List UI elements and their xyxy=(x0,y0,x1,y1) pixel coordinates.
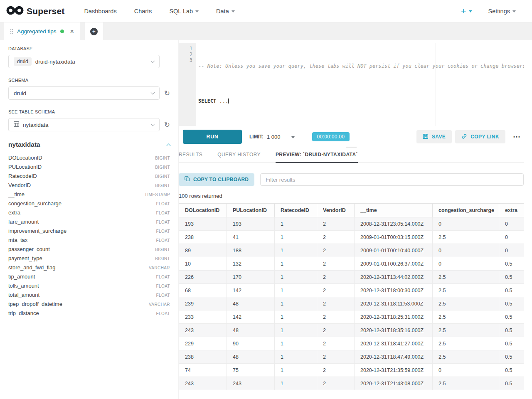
column-item: congestion_surchargeFLOAT xyxy=(8,200,170,209)
table-cell: 0.5 xyxy=(499,324,524,337)
column-header[interactable]: DOLocationID xyxy=(179,204,227,217)
tab-results[interactable]: RESULTS xyxy=(179,152,202,163)
column-header[interactable]: PULocationID xyxy=(227,204,275,217)
table-cell: 1 xyxy=(275,324,317,337)
column-name: PULocationID xyxy=(8,164,42,170)
drag-handle-icon[interactable] xyxy=(10,29,13,34)
table-row: 10132122009-01-01T00:26:37.000Z00.5 xyxy=(179,257,524,271)
filter-results-input[interactable] xyxy=(260,173,524,186)
nav-dashboards-label: Dashboards xyxy=(84,8,116,15)
query-tab-aggregated-tips[interactable]: Aggregated tips × xyxy=(4,22,80,40)
superset-app: Superset Dashboards Charts SQL Lab Data … xyxy=(0,0,532,399)
limit-dropdown[interactable]: LIMIT: 1 000 xyxy=(249,134,295,140)
table-row: 24348122020-12-31T18:35:16.000Z2.50.5 xyxy=(179,324,524,337)
save-label: SAVE xyxy=(432,134,446,140)
copy-link-button[interactable]: COPY LINK xyxy=(455,130,505,143)
sql-rest: ... xyxy=(216,98,228,104)
copy-to-clipboard-button[interactable]: COPY TO CLIPBOARD xyxy=(179,173,254,186)
table-cell: 2.5 xyxy=(433,324,499,337)
tab-preview[interactable]: PREVIEW: `DRUID-NYTAXIDATA` xyxy=(276,152,358,163)
table-cell: 0 xyxy=(433,257,499,271)
table-cell: 48 xyxy=(227,324,275,337)
table-cell: 0.5 xyxy=(499,364,524,377)
more-options-button[interactable]: ⋯ xyxy=(509,132,524,141)
table-cell: 0.5 xyxy=(499,337,524,350)
table-cell: 2.5 xyxy=(433,350,499,364)
table-name-heading: nytaxidata xyxy=(8,141,40,148)
run-button[interactable]: RUN xyxy=(183,130,242,144)
pane-resize-handle[interactable] xyxy=(179,144,524,150)
table-cell: 0.5 xyxy=(499,297,524,310)
column-item: improvement_surchargeFLOAT xyxy=(8,228,170,237)
nav-sql-lab[interactable]: SQL Lab xyxy=(160,8,207,15)
table-cell: 2.5 xyxy=(433,337,499,350)
table-cell: 89 xyxy=(179,244,227,257)
column-item: payment_typeBIGINT xyxy=(8,255,170,264)
column-type: FLOAT xyxy=(156,202,170,206)
column-type: FLOAT xyxy=(156,211,170,215)
table-cell: 1 xyxy=(275,377,317,390)
table-cell: 2020-12-31T18:35:16.000Z xyxy=(355,324,433,337)
copy-link-label: COPY LINK xyxy=(470,134,499,140)
database-type-badge: druid xyxy=(14,57,32,66)
column-item: mta_taxFLOAT xyxy=(8,237,170,246)
add-tab-button[interactable]: + xyxy=(85,22,103,40)
table-cell: 2 xyxy=(317,350,355,364)
schema-value: druid xyxy=(14,90,26,96)
table-cell: 2 xyxy=(317,364,355,377)
nav-data[interactable]: Data xyxy=(207,8,244,15)
table-cell: 1 xyxy=(275,217,317,231)
new-item-button[interactable]: + xyxy=(458,7,475,16)
table-select[interactable]: nytaxidata xyxy=(8,118,160,131)
database-label: DATABASE xyxy=(8,46,170,51)
chevron-down-icon xyxy=(232,10,235,12)
nav-dashboards[interactable]: Dashboards xyxy=(75,8,125,15)
table-cell: 2 xyxy=(317,337,355,350)
table-row: 23948122020-12-31T18:11:53.000Z2.50.5 xyxy=(179,297,524,310)
tab-query-history[interactable]: QUERY HISTORY xyxy=(217,152,261,163)
table-icon xyxy=(14,121,19,128)
table-cell: 2 xyxy=(317,244,355,257)
column-header[interactable]: VendorID xyxy=(317,204,355,217)
sql-editor[interactable]: 1 2 3 -- Note: Unless you save your quer… xyxy=(179,43,524,126)
column-type: FLOAT xyxy=(156,284,170,288)
settings-menu[interactable]: Settings xyxy=(480,8,525,15)
column-name: fare_amount xyxy=(8,219,39,225)
column-name: improvement_surcharge xyxy=(8,228,66,234)
column-header[interactable]: __time xyxy=(355,204,433,217)
column-item: __timeTIMESTAMP xyxy=(8,191,170,200)
column-name: trip_distance xyxy=(8,310,39,316)
table-cell: 1 xyxy=(275,257,317,271)
results-tabs: RESULTS QUERY HISTORY PREVIEW: `DRUID-NY… xyxy=(179,150,524,163)
refresh-schema-icon[interactable]: ↻ xyxy=(164,90,170,97)
query-timer: 00:00:00.00 xyxy=(312,132,350,141)
schema-select[interactable]: druid xyxy=(8,86,160,100)
table-row: 89188122009-01-01T00:10:40.000Z00 xyxy=(179,244,524,257)
close-tab-icon[interactable]: × xyxy=(70,28,74,35)
table-cell: 243 xyxy=(179,324,227,337)
column-type: BIGINT xyxy=(155,256,170,261)
column-header[interactable]: extra xyxy=(499,204,524,217)
sql-lab-content: DATABASE druid druid-nytaxidata SCHEMA d… xyxy=(0,40,532,399)
tab-status-dot xyxy=(60,30,64,33)
refresh-table-icon[interactable]: ↻ xyxy=(164,121,170,128)
table-cell: 239 xyxy=(179,297,227,310)
table-cell: 233 xyxy=(179,310,227,324)
navbar-right: + Settings xyxy=(458,7,525,16)
table-cell: 0 xyxy=(433,364,499,377)
table-cell: 0 xyxy=(499,244,524,257)
navbar: Superset Dashboards Charts SQL Lab Data … xyxy=(0,0,532,22)
copy-icon xyxy=(185,176,190,183)
nav-charts[interactable]: Charts xyxy=(126,8,161,15)
table-row: 243243122020-12-31T21:43:08.000Z2.50.5 xyxy=(179,377,524,390)
collapse-table-icon[interactable] xyxy=(167,143,171,148)
table-cell: 2020-12-31T21:43:08.000Z xyxy=(355,377,433,390)
table-cell: 2 xyxy=(317,377,355,390)
editor-code-area[interactable]: -- Note: Unless you save your query, the… xyxy=(196,43,524,126)
database-select[interactable]: druid druid-nytaxidata xyxy=(8,55,160,68)
save-button[interactable]: SAVE xyxy=(416,130,452,143)
column-header[interactable]: RatecodeID xyxy=(275,204,317,217)
column-header[interactable]: congestion_surcharge xyxy=(433,204,499,217)
superset-logo-link[interactable]: Superset xyxy=(6,5,64,18)
table-cell: 1 xyxy=(275,337,317,350)
